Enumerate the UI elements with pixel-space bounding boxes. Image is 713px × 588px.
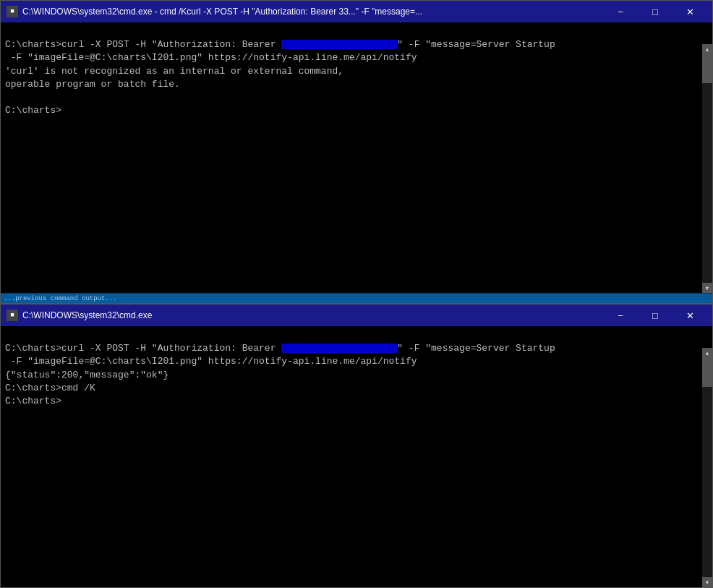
prompt-w2-final: C:\charts> [5,396,61,406]
scroll-track-1[interactable] [702,54,712,283]
title-bar-2: ■ C:\WINDOWS\system32\cmd.exe − □ ✕ [1,304,712,326]
error-line-2: operable program or batch file. [5,79,180,90]
cmd-window-1[interactable]: ■ C:\WINDOWS\system32\cmd.exe - cmd /Kcu… [0,0,713,304]
scroll-thumb-1[interactable] [702,54,712,83]
window-title-1: C:\WINDOWS\system32\cmd.exe - cmd /Kcurl… [22,7,604,17]
vertical-scrollbar-1[interactable]: ▲ ▼ [702,44,712,293]
terminal-body-1[interactable]: C:\charts>curl -X POST -H "Authorization… [1,22,712,134]
cmd-window-2[interactable]: ■ C:\WINDOWS\system32\cmd.exe − □ ✕ C:\c… [0,304,713,588]
redacted-token-2 [281,344,397,353]
scroll-thumb-2[interactable] [702,358,712,387]
window-controls-2: − □ ✕ [604,304,706,326]
window-controls-1: − □ ✕ [604,1,706,22]
vertical-scrollbar-2[interactable]: ▲ ▼ [702,348,712,587]
window-icon-1: ■ [7,6,18,17]
close-button-1[interactable]: ✕ [673,1,706,22]
response-line-w2: {"status":200,"message":"ok"} [5,370,168,380]
scroll-up-arrow-1[interactable]: ▲ [702,44,712,54]
minimize-button-1[interactable]: − [604,1,637,22]
cmd-suffix-1: " -F "message=Server Startup [397,39,555,50]
scroll-down-arrow-2[interactable]: ▼ [702,577,712,587]
title-bar-1: ■ C:\WINDOWS\system32\cmd.exe - cmd /Kcu… [1,1,712,22]
minimize-button-2[interactable]: − [604,304,637,326]
maximize-button-1[interactable]: □ [639,1,672,22]
bottom-strip-1: ...previous command output... [4,295,117,302]
window-icon-2: ■ [7,310,18,321]
close-button-2[interactable]: ✕ [673,304,706,326]
window-title-2: C:\WINDOWS\system32\cmd.exe [22,310,604,320]
redacted-token-1 [281,40,397,49]
terminal-body-2[interactable]: C:\charts>curl -X POST -H "Authorization… [1,326,712,424]
cmd-suffix-w2: " -F "message=Server Startup [397,343,555,354]
prompt-2: C:\charts> [5,105,61,116]
cmd-line-2: -F "imageFile=@C:\charts\I201.png" https… [5,52,417,63]
prompt-line-w2-1: C:\charts>curl -X POST -H "Authorization… [5,343,281,354]
error-line-1: 'curl' is not recognized as an internal … [5,66,343,77]
cmd-line-w2-3: C:\charts>cmd /K [5,383,95,393]
scroll-down-arrow-1[interactable]: ▼ [702,283,712,293]
maximize-button-2[interactable]: □ [639,304,672,326]
cmd-line-w2-2: -F "imageFile=@C:\charts\I201.png" https… [5,356,417,367]
scroll-track-2[interactable] [702,358,712,577]
scroll-up-arrow-2[interactable]: ▲ [702,348,712,358]
prompt-line-1: C:\charts>curl -X POST -H "Authorization… [5,39,281,50]
